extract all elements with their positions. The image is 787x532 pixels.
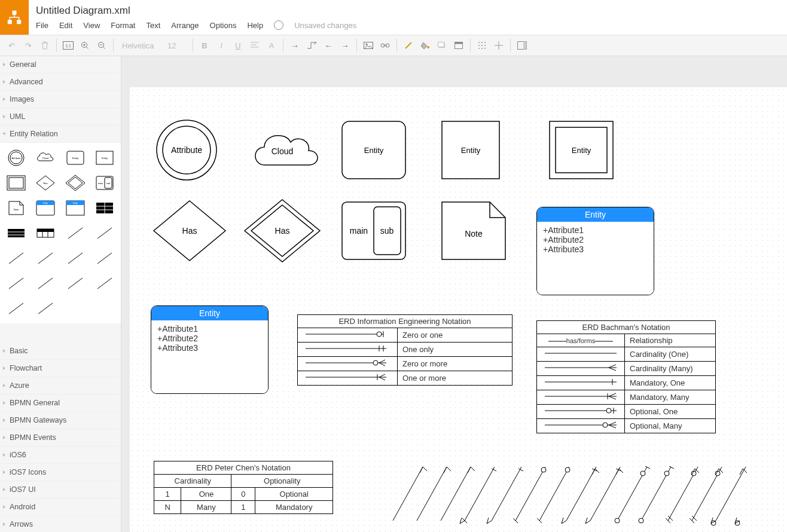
font-color-button[interactable]: A <box>264 38 279 53</box>
svg-line-107 <box>590 467 620 521</box>
fill-color-button[interactable] <box>417 38 433 53</box>
menu-format[interactable]: Format <box>111 21 135 30</box>
shape-table-header[interactable] <box>32 222 60 244</box>
palette-entity-relation[interactable]: Entity Relation <box>0 126 121 143</box>
shape-line-6[interactable] <box>91 247 119 270</box>
shape-has-diamond[interactable]: Has <box>32 172 60 194</box>
zoom-in-button[interactable] <box>77 38 93 53</box>
guides-button[interactable] <box>491 38 507 53</box>
font-size-field[interactable]: 12 <box>163 41 189 50</box>
palette-bpmn-general[interactable]: BPMN General <box>0 395 121 412</box>
actual-size-button[interactable]: 1:1 <box>60 38 76 53</box>
canvas-note[interactable]: Note <box>441 201 507 261</box>
menu-edit[interactable]: Edit <box>59 21 72 30</box>
shape-entity-double[interactable] <box>2 172 30 194</box>
shape-line-1[interactable] <box>62 222 89 244</box>
shape-main-sub[interactable]: mainsub <box>91 172 119 194</box>
shape-line-7[interactable] <box>2 272 30 295</box>
canvas-chen-table[interactable]: ERD Peter Chen's Notation CardinalityOpt… <box>154 461 333 514</box>
canvas-entity-card-1[interactable]: Entity +Attribute1 +Attribute2 +Attribut… <box>536 207 654 295</box>
redo-button[interactable]: ↷ <box>20 38 36 53</box>
palette-ios6[interactable]: iOS6 <box>0 447 121 464</box>
menu-text[interactable]: Text <box>146 21 160 30</box>
menu-view[interactable]: View <box>83 21 100 30</box>
font-family-field[interactable]: Helvetica <box>117 41 161 50</box>
palette-general[interactable]: General <box>0 56 121 74</box>
menu-help[interactable]: Help <box>247 21 263 30</box>
palette-bpmn-gateways[interactable]: BPMN Gateways <box>0 412 121 429</box>
palette-azure[interactable]: Azure <box>0 377 121 395</box>
palette-ios7-ui[interactable]: iOS7 UI <box>0 481 121 499</box>
shape-line-5[interactable] <box>62 247 89 270</box>
align-button[interactable] <box>247 38 263 53</box>
palette-android[interactable]: Android <box>0 499 121 516</box>
canvas-connector-lines[interactable] <box>381 458 770 532</box>
shape-table-dark[interactable] <box>91 197 119 219</box>
shape-line-12[interactable] <box>32 297 60 320</box>
shadow-button[interactable] <box>434 38 450 53</box>
undo-button[interactable]: ↶ <box>4 38 19 53</box>
shape-entity-rounded[interactable]: Entity <box>62 146 89 169</box>
italic-button[interactable]: I <box>213 38 229 53</box>
svg-text:Entity: Entity <box>43 202 48 204</box>
app-logo[interactable] <box>0 0 29 35</box>
palette-arrows[interactable]: Arrows <box>0 516 121 532</box>
canvas-entity-double[interactable]: Entity <box>548 120 614 180</box>
bold-button[interactable]: B <box>197 38 212 53</box>
canvas-bachman-table[interactable]: ERD Bachman's Notation has/formsRelation… <box>536 320 716 433</box>
canvas-entity-rounded[interactable]: Entity <box>341 120 407 180</box>
delete-button[interactable] <box>37 38 53 53</box>
canvas-ie-table[interactable]: ERD Information Engineering Notation Zer… <box>297 314 513 386</box>
canvas-area[interactable]: Attribute Cloud Entity Entity Entity Has… <box>121 56 787 532</box>
canvas-entity-card-2[interactable]: Entity +Attribute1 +Attribute2 +Attribut… <box>151 305 269 394</box>
shape-line-9[interactable] <box>62 272 89 295</box>
shape-line-11[interactable] <box>2 297 30 320</box>
canvas-cloud[interactable]: Cloud <box>246 123 318 177</box>
palette-bpmn-events[interactable]: BPMN Events <box>0 429 121 447</box>
menu-file[interactable]: File <box>36 21 48 30</box>
canvas-entity-rect[interactable]: Entity <box>441 120 501 180</box>
canvas-main-sub[interactable]: mainsub <box>341 201 407 261</box>
shape-entity-card-blue2[interactable]: Entity <box>62 197 89 219</box>
underline-button[interactable]: U <box>230 38 246 53</box>
waypoint-button[interactable] <box>304 38 319 53</box>
shape-line-3[interactable] <box>2 247 30 270</box>
palette-flowchart[interactable]: Flowchart <box>0 360 121 377</box>
line-color-button[interactable] <box>401 38 416 53</box>
menu-arrange[interactable]: Arrange <box>171 21 199 30</box>
canvas-has-double-diamond[interactable]: Has <box>243 198 321 264</box>
palette-advanced[interactable]: Advanced <box>0 74 121 91</box>
document-title[interactable]: Untitled Diagram.xml <box>36 0 787 17</box>
palette-images[interactable]: Images <box>0 91 121 108</box>
edit-style-button[interactable] <box>451 38 466 53</box>
zoom-out-button[interactable] <box>94 38 109 53</box>
line-start-button[interactable]: ← <box>321 38 336 53</box>
canvas[interactable]: Attribute Cloud Entity Entity Entity Has… <box>130 87 787 532</box>
shape-entity-rect[interactable]: Entity <box>91 146 119 169</box>
shape-attribute[interactable]: Attribute <box>2 146 30 169</box>
grid-dots-button[interactable] <box>474 38 490 53</box>
format-panel-button[interactable] <box>514 38 530 53</box>
language-icon[interactable] <box>274 20 283 30</box>
shape-table-dark2[interactable] <box>2 222 30 244</box>
menu-options[interactable]: Options <box>210 21 237 30</box>
connection-button[interactable]: → <box>287 38 303 53</box>
shape-line-4[interactable] <box>32 247 60 270</box>
line-end-button[interactable]: → <box>337 38 353 53</box>
shape-line-10[interactable] <box>91 272 119 295</box>
shape-line-2[interactable] <box>91 222 119 244</box>
shape-has-double-diamond[interactable] <box>62 172 89 194</box>
insert-image-button[interactable] <box>361 38 376 53</box>
canvas-has-diamond[interactable]: Has <box>151 198 228 264</box>
shape-line-8[interactable] <box>32 272 60 295</box>
shape-entity-card-blue[interactable]: Entity <box>32 197 60 219</box>
chen-cell: 1 <box>231 501 255 514</box>
palette-ios7-icons[interactable]: iOS7 Icons <box>0 464 121 481</box>
svg-point-23 <box>481 48 483 49</box>
palette-basic[interactable]: Basic <box>0 343 121 360</box>
palette-uml[interactable]: UML <box>0 108 121 126</box>
shape-cloud[interactable]: Cloud <box>32 146 60 169</box>
shape-note[interactable]: Note <box>2 197 30 219</box>
canvas-attribute[interactable]: Attribute <box>154 117 219 183</box>
insert-link-button[interactable] <box>377 38 393 53</box>
